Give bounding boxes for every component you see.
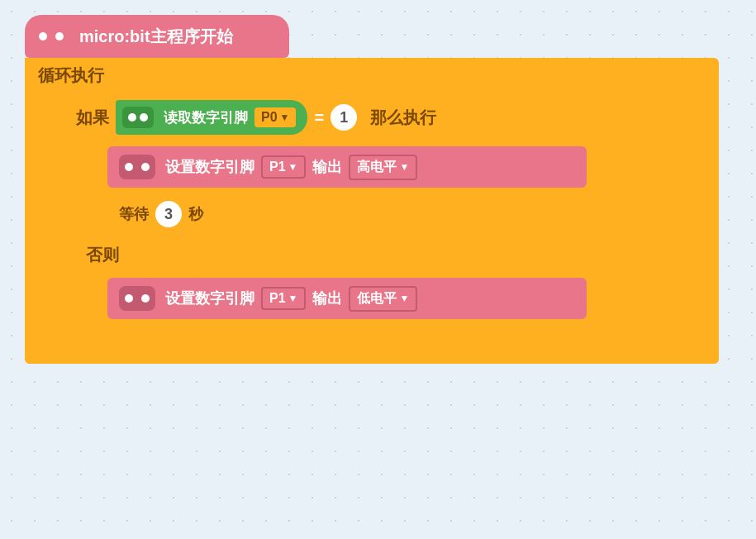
- if-label: 如果: [76, 107, 109, 129]
- action1-text: 设置数字引脚: [165, 157, 254, 177]
- if-body: 设置数字引脚 P1 ▼ 输出 高电平 ▼: [66, 141, 694, 237]
- if-row: 如果 读取数字引脚 P0 ▼ = 1: [66, 93, 694, 141]
- pin-p0-arrow: ▼: [280, 112, 290, 123]
- action2-text: 设置数字引脚: [165, 289, 254, 308]
- loop-block[interactable]: 循环执行 如果 读取数字引脚 P0 ▼: [25, 58, 719, 364]
- loop-label: 循环执行: [25, 58, 719, 93]
- pin-read-label: 读取数字引脚: [164, 108, 248, 127]
- action1-pin-badge[interactable]: P1 ▼: [261, 155, 306, 179]
- action2-mode-arrow: ▼: [399, 293, 409, 304]
- action2-block[interactable]: 设置数字引脚 P1 ▼ 输出 低电平 ▼: [107, 278, 587, 319]
- workspace: micro:bit主程序开始 循环执行 如果 读取数字引脚: [0, 0, 756, 539]
- then-label: 那么执行: [370, 107, 436, 129]
- action1-icon: [119, 155, 155, 179]
- wait-suffix: 秒: [188, 204, 203, 224]
- action1-mode-label: 输出: [312, 157, 342, 177]
- action2-mode-value: 低电平: [357, 290, 397, 308]
- else-divider: 否则: [66, 237, 694, 273]
- action1-mode-badge[interactable]: 高电平 ▼: [349, 155, 417, 180]
- block-container: micro:bit主程序开始 循环执行 如果 读取数字引脚: [25, 15, 719, 364]
- action1-pin-value: P1: [269, 160, 286, 174]
- condition-block[interactable]: 读取数字引脚 P0 ▼: [116, 100, 307, 135]
- action2-pin-badge[interactable]: P1 ▼: [261, 287, 306, 310]
- action2-pin-value: P1: [269, 291, 286, 306]
- if-bottom: [66, 327, 694, 341]
- start-label: micro:bit主程序开始: [79, 26, 233, 48]
- action2-mode-badge[interactable]: 低电平 ▼: [349, 286, 417, 312]
- action1-mode-arrow: ▼: [399, 161, 409, 173]
- microbit-icon: [33, 24, 69, 49]
- loop-bottom: [25, 351, 719, 364]
- wait-prefix: 等待: [119, 204, 149, 224]
- loop-inner: 如果 读取数字引脚 P0 ▼ = 1: [25, 93, 719, 351]
- action2-pin-arrow: ▼: [288, 293, 298, 304]
- action1-mode-value: 高电平: [357, 159, 397, 176]
- action2-mode-label: 输出: [312, 289, 342, 308]
- wait-block[interactable]: 等待 3 秒: [107, 194, 684, 234]
- action1-block[interactable]: 设置数字引脚 P1 ▼ 输出 高电平 ▼: [107, 146, 587, 188]
- pin-p0-value: P0: [261, 110, 278, 125]
- condition-microbit-icon: [122, 107, 154, 128]
- else-label: 否则: [76, 241, 684, 270]
- condition-value: 1: [330, 104, 357, 131]
- pin-p0-badge[interactable]: P0 ▼: [254, 107, 296, 127]
- action1-pin-arrow: ▼: [288, 161, 298, 173]
- action2-icon: [119, 286, 155, 311]
- else-body: 设置数字引脚 P1 ▼ 输出 低电平 ▼: [66, 273, 694, 327]
- equals-sign: =: [314, 108, 324, 127]
- if-block[interactable]: 如果 读取数字引脚 P0 ▼ = 1: [66, 93, 694, 341]
- start-block[interactable]: micro:bit主程序开始: [25, 15, 289, 58]
- wait-value: 3: [155, 201, 182, 227]
